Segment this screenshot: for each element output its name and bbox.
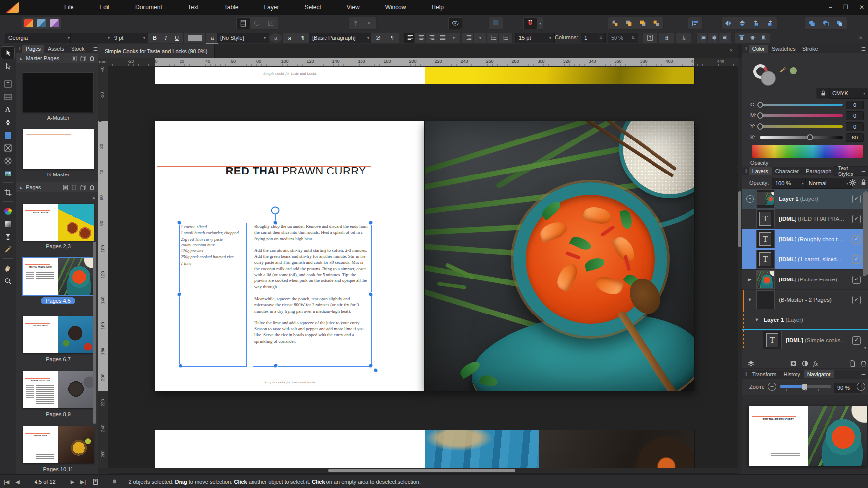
master-pages-header[interactable]: ◣Master Pages xyxy=(16,53,98,63)
v-align-bottom-button[interactable] xyxy=(757,33,770,43)
bool-subtract-icon[interactable] xyxy=(820,18,832,29)
preflight-bell-icon[interactable] xyxy=(111,478,118,486)
pages-scrollbar[interactable] xyxy=(93,242,96,424)
menu-view[interactable]: View xyxy=(347,4,360,11)
fill-color-well[interactable] xyxy=(761,71,776,86)
persona-designer-icon[interactable] xyxy=(35,17,48,29)
expand-icon[interactable]: ▼ xyxy=(753,317,760,322)
tab-character[interactable]: Character xyxy=(772,167,802,175)
new-layer-icon[interactable] xyxy=(849,360,856,368)
pan-tool[interactable] xyxy=(1,262,14,274)
lock-icon[interactable] xyxy=(860,179,867,187)
selection-handle[interactable] xyxy=(177,292,181,297)
baseline-grid-button[interactable] xyxy=(676,33,691,43)
layers-stack-icon[interactable] xyxy=(747,360,755,368)
fill-tool[interactable] xyxy=(1,218,14,230)
tab-assets[interactable]: Assets xyxy=(44,45,68,53)
text-color-swatch[interactable] xyxy=(183,33,206,43)
font-size-select[interactable]: 9 pt▾ xyxy=(111,33,148,43)
circle-dis-icon[interactable] xyxy=(251,18,263,29)
layer-row-8[interactable]: T[IDML] (Simple cooks...✓ xyxy=(742,330,868,350)
menu-table[interactable]: Table xyxy=(224,4,239,11)
last-color-dot[interactable] xyxy=(790,67,797,74)
panel-menu-icon[interactable]: ☰ xyxy=(861,372,866,377)
xbox-dis-icon[interactable] xyxy=(264,18,277,29)
list-icon[interactable] xyxy=(62,184,71,190)
pen-tool[interactable] xyxy=(1,116,14,128)
duplicate-icon[interactable] xyxy=(80,184,89,190)
persona-photo-icon[interactable] xyxy=(48,17,61,29)
arrange1-icon[interactable] xyxy=(609,18,621,29)
tab-text-styles[interactable]: Text Styles xyxy=(834,164,861,178)
picture-frame-tool[interactable] xyxy=(1,142,14,154)
layer-visibility-checkbox[interactable]: ✓ xyxy=(852,255,861,264)
lock-icon[interactable] xyxy=(816,88,830,99)
flip-v-icon[interactable] xyxy=(736,18,749,29)
tab-close-icon[interactable]: × xyxy=(730,47,733,53)
cmyk-slider-k[interactable]: K:60 xyxy=(742,134,868,141)
color-picker-tool[interactable] xyxy=(1,244,14,255)
panel-menu-icon[interactable]: ☰ xyxy=(93,46,98,52)
leading-select[interactable]: 15 pt▾ xyxy=(515,33,555,43)
menu-help[interactable]: Help xyxy=(432,4,444,11)
tab-stroke[interactable]: Stroke xyxy=(799,45,822,53)
tab-swatches[interactable]: Swatches xyxy=(768,45,799,53)
rotate-ccw-icon[interactable] xyxy=(750,18,762,29)
trash-icon[interactable] xyxy=(89,184,98,190)
next-spread-button[interactable]: ▶ xyxy=(71,479,74,485)
snapping-magnet-icon[interactable] xyxy=(524,18,537,29)
mask-icon[interactable] xyxy=(790,360,797,368)
next-spread[interactable] xyxy=(155,430,694,468)
master-thumbnail-b-master[interactable] xyxy=(23,129,94,169)
expand-icon[interactable]: ▼ xyxy=(746,195,753,203)
menu-layer[interactable]: Layer xyxy=(264,4,279,11)
rotation-handle[interactable] xyxy=(271,207,280,215)
menu-edit[interactable]: Edit xyxy=(99,4,109,11)
tab-history[interactable]: History xyxy=(780,370,803,378)
blend-mode-select[interactable]: Normal▾ xyxy=(805,178,852,189)
tab-transform[interactable]: Transform xyxy=(749,370,780,378)
add-page-icon[interactable] xyxy=(71,184,80,190)
tab-paragraph[interactable]: Paragraph xyxy=(802,167,834,175)
h-align-right-button[interactable] xyxy=(718,33,732,43)
last-spread-button[interactable]: ▶| xyxy=(80,479,86,485)
selection-handle[interactable] xyxy=(369,221,373,225)
layer-row-4[interactable]: T[IDML] (1 carrot, sliced...✓ xyxy=(742,249,868,270)
pages-header[interactable]: ◣Pages xyxy=(16,182,98,192)
color-model-select[interactable]: CMYK▾ xyxy=(829,88,868,99)
zoom-out-button[interactable]: – xyxy=(768,383,776,391)
menu-select[interactable]: Select xyxy=(304,4,321,11)
pilcrow-button[interactable]: ¶ xyxy=(385,33,399,43)
cmyk-slider-c[interactable]: C:0 xyxy=(742,102,868,108)
layer-row-3[interactable]: T[IDML] (Roughly chop t...✓ xyxy=(742,229,868,249)
minimize-button[interactable]: – xyxy=(829,4,832,11)
selection-handle[interactable] xyxy=(369,292,373,297)
layer-row-7[interactable]: ▼Layer 1 (Layer) xyxy=(742,310,868,330)
menu-file[interactable]: File xyxy=(64,4,73,11)
master-thumbnail-a-master[interactable] xyxy=(23,72,94,112)
arrange3-icon[interactable] xyxy=(636,18,649,29)
font-variant-select[interactable]: ▾ xyxy=(70,33,113,43)
selection-handle[interactable] xyxy=(374,368,378,373)
layers-opacity-select[interactable]: 100 %▾ xyxy=(772,178,807,189)
selection-handle[interactable] xyxy=(369,364,373,368)
color-spectrum-bar[interactable] xyxy=(752,145,863,158)
spread-thumbnail-pages-8-9[interactable]: HUNTER COUSCOUS xyxy=(23,371,94,408)
cmyk-slider-y[interactable]: Y:0 xyxy=(742,123,868,130)
layer-visibility-checkbox[interactable]: ✓ xyxy=(852,235,861,244)
cmyk-slider-m[interactable]: M:0 xyxy=(742,112,868,119)
horizontal-scrollbar[interactable] xyxy=(98,468,738,473)
preview-eye-icon[interactable] xyxy=(449,18,462,29)
spread-thumbnail-pages-2-3[interactable]: STICKY CHICKEN xyxy=(23,204,94,241)
first-spread-button[interactable]: |◀ xyxy=(4,479,9,485)
layer-visibility-checkbox[interactable]: ✓ xyxy=(852,296,861,304)
ellipse-frame-tool[interactable] xyxy=(1,155,14,167)
text-flow-icon[interactable] xyxy=(489,18,502,29)
selection-handle[interactable] xyxy=(274,364,278,368)
layer-visibility-checkbox[interactable]: ✓ xyxy=(852,336,861,345)
panel-menu-icon[interactable]: ☰ xyxy=(861,169,866,174)
style-a-button[interactable]: a xyxy=(269,33,283,43)
node-tool[interactable] xyxy=(1,60,14,72)
curry-photo[interactable] xyxy=(425,121,694,391)
tab-layers[interactable]: Layers xyxy=(749,167,772,175)
